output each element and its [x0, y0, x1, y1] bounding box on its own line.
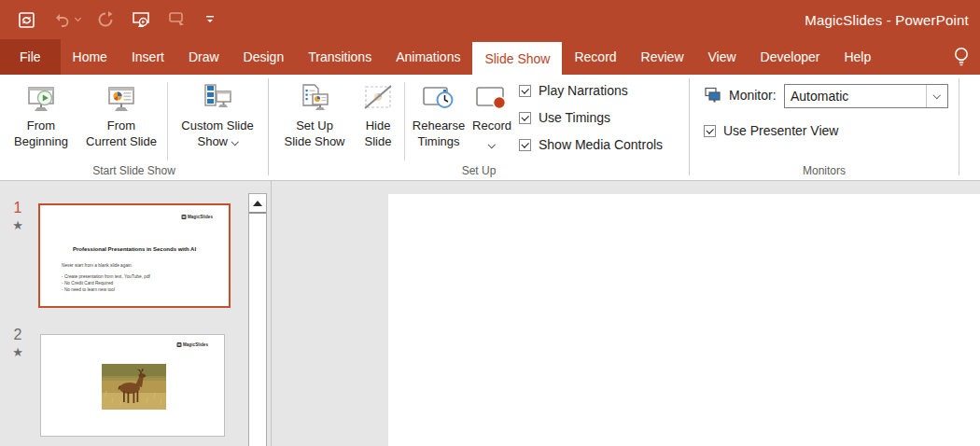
- ribbon-tab-bar: File Home Insert Draw Design Transitions…: [0, 39, 980, 75]
- undo-button[interactable]: [52, 10, 80, 29]
- slideshow-icon: [131, 9, 151, 30]
- lightbulb-icon: [951, 45, 972, 69]
- separator: [167, 82, 168, 160]
- tab-developer[interactable]: Developer: [749, 39, 833, 75]
- save-button[interactable]: [17, 10, 36, 30]
- tab-slide-show[interactable]: Slide Show: [472, 42, 562, 75]
- thumbnail-scrollbar[interactable]: [248, 193, 267, 446]
- group-separator: [268, 78, 269, 175]
- slide-2-thumbnail[interactable]: MagicSlides: [40, 334, 225, 437]
- button-label: Record: [472, 118, 511, 133]
- group-label-start-slide-show: Start Slide Show: [0, 164, 268, 177]
- checkbox-checked-icon: [519, 85, 531, 97]
- separator: [404, 82, 405, 160]
- tab-home[interactable]: Home: [61, 39, 119, 75]
- slide-1-number: 1: [7, 200, 28, 216]
- present-from-beginning-icon: [25, 80, 57, 118]
- custom-slide-show-icon: [201, 80, 234, 118]
- group-separator: [959, 78, 959, 175]
- use-timings-checkbox[interactable]: Use Timings: [519, 110, 610, 125]
- rehearse-timings-button[interactable]: Rehearse Timings: [409, 78, 469, 175]
- checkbox-label: Show Media Controls: [539, 137, 663, 152]
- slide-1-title: Professional Presentations in Seconds wi…: [40, 245, 229, 252]
- redo-button[interactable]: [96, 10, 115, 29]
- hide-slide-button[interactable]: Hide Slide: [355, 78, 401, 175]
- slide-canvas[interactable]: [388, 194, 980, 446]
- button-label: Set Up: [296, 118, 333, 133]
- title-bar: MagicSlides - PowerPoint: [0, 0, 980, 39]
- record-button[interactable]: Record: [469, 78, 515, 175]
- scroll-up-button[interactable]: [249, 194, 266, 214]
- tab-view[interactable]: View: [696, 39, 749, 75]
- bullet-item: - Create presentation from text, YouTube…: [62, 273, 150, 280]
- checkbox-checked-icon: [519, 112, 531, 124]
- ideas-button[interactable]: [951, 39, 972, 75]
- panel-divider[interactable]: [271, 181, 272, 446]
- dropdown-chevron-icon: [231, 137, 239, 145]
- button-label: Beginning: [14, 133, 68, 149]
- button-label: Slide: [365, 133, 392, 149]
- hide-slide-icon: [361, 80, 395, 118]
- custom-slide-show-button[interactable]: Custom Slide Show: [174, 78, 261, 175]
- slide-1-thumbnail[interactable]: MagicSlides Professional Presentations i…: [38, 203, 231, 308]
- ribbon-slide-show: From Beginning From Current S: [0, 75, 980, 181]
- use-presenter-view-checkbox[interactable]: Use Presenter View: [704, 123, 838, 138]
- button-label: Timings: [417, 133, 459, 149]
- play-narrations-checkbox[interactable]: Play Narrations: [519, 83, 628, 98]
- button-label: Hide: [366, 118, 391, 133]
- from-current-slide-button[interactable]: From Current Slide: [80, 78, 162, 175]
- dropdown-chevron-icon: [933, 91, 941, 99]
- start-from-beginning-button[interactable]: [131, 9, 151, 30]
- checkbox-label: Use Presenter View: [723, 123, 838, 138]
- magicslides-logo-text: MagicSlides: [183, 342, 208, 347]
- bullet-item: - No Credit Card Required: [62, 280, 150, 286]
- slide-1-bullets: - Create presentation from text, YouTube…: [62, 273, 150, 293]
- powerpoint-window: MagicSlides - PowerPoint File Home Inser…: [0, 0, 980, 446]
- from-beginning-button[interactable]: From Beginning: [4, 78, 78, 175]
- rehearse-timings-icon: [421, 80, 456, 118]
- checkbox-label: Use Timings: [539, 110, 610, 125]
- monitor-select-value: Automatic: [785, 85, 926, 107]
- monitor-label: Monitor:: [729, 88, 777, 103]
- tab-design[interactable]: Design: [231, 39, 297, 75]
- dropdown-chevron-icon: [488, 140, 496, 147]
- monitor-select[interactable]: Automatic: [784, 84, 948, 108]
- tab-animations[interactable]: Animations: [384, 39, 472, 75]
- tab-file[interactable]: File: [0, 39, 61, 75]
- workspace: 1 ★ MagicSlides Professional Presentatio…: [0, 181, 980, 446]
- show-media-controls-checkbox[interactable]: Show Media Controls: [519, 137, 663, 152]
- tab-transitions[interactable]: Transitions: [296, 39, 384, 75]
- redo-icon: [96, 10, 115, 29]
- save-icon: [17, 10, 36, 30]
- monitor-select-dropdown-button[interactable]: [926, 85, 947, 107]
- tab-review[interactable]: Review: [629, 39, 696, 75]
- tab-insert[interactable]: Insert: [119, 39, 176, 75]
- monitor-row: Monitor:: [704, 87, 777, 104]
- magicslides-logo-text: MagicSlides: [188, 215, 213, 219]
- record-icon: [474, 80, 510, 118]
- customize-qat-button[interactable]: [203, 13, 217, 26]
- button-label: From: [27, 118, 55, 133]
- tab-help[interactable]: Help: [832, 39, 883, 75]
- checkbox-label: Play Narrations: [539, 83, 628, 98]
- up-arrow-icon: [253, 201, 262, 206]
- undo-dropdown-icon[interactable]: [75, 15, 81, 21]
- button-label: Custom Slide: [181, 118, 253, 133]
- tab-draw[interactable]: Draw: [176, 39, 231, 75]
- tab-record[interactable]: Record: [562, 39, 628, 75]
- magicslides-logo-icon: [181, 215, 186, 219]
- present-from-current-icon: [105, 80, 137, 118]
- button-label: Slide Show: [284, 133, 344, 149]
- slide-2-number: 2: [7, 327, 28, 343]
- comment-button[interactable]: [167, 9, 188, 30]
- button-label: Rehearse: [413, 118, 465, 133]
- magicslides-logo-icon: [176, 342, 181, 347]
- deer-photo: [102, 364, 166, 410]
- slide-1-animation-star-icon[interactable]: ★: [7, 218, 28, 232]
- set-up-slide-show-button[interactable]: Set Up Slide Show: [274, 78, 355, 175]
- slide-2-animation-star-icon[interactable]: ★: [7, 345, 28, 359]
- set-up-slide-show-icon: [298, 80, 331, 118]
- checkbox-checked-icon: [704, 125, 716, 137]
- group-label-set-up: Set Up: [269, 164, 689, 177]
- button-label: From: [107, 118, 135, 133]
